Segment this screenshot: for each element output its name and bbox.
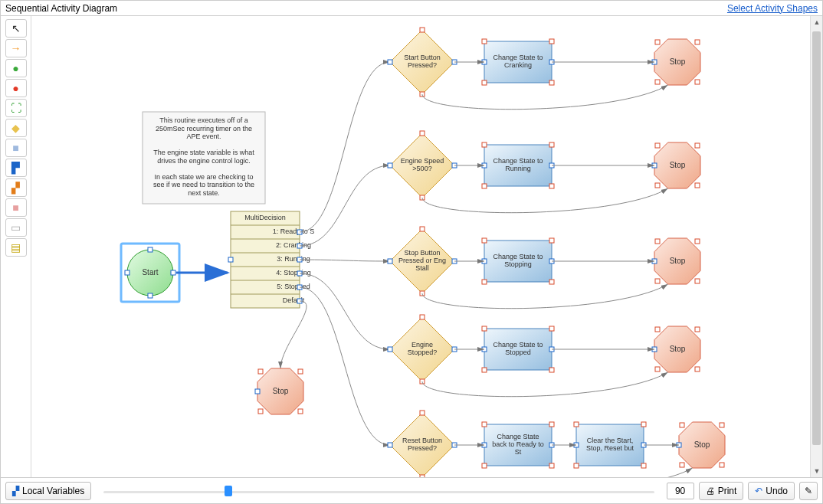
svg-rect-144 <box>549 463 554 468</box>
svg-rect-158 <box>680 423 684 427</box>
svg-rect-70 <box>482 142 487 147</box>
tool-green-circle[interactable]: ● <box>5 59 27 77</box>
tool-arrow[interactable]: → <box>5 39 27 57</box>
brush-button[interactable]: ✎ <box>799 482 818 500</box>
tool-stack[interactable]: ▞ <box>5 178 27 197</box>
svg-rect-14 <box>125 270 130 275</box>
svg-rect-151 <box>641 422 646 427</box>
svg-rect-94 <box>482 238 487 243</box>
vertical-scrollbar[interactable]: ▲ ▼ <box>810 16 822 477</box>
svg-text:back to Ready to: back to Ready to <box>492 440 544 448</box>
brush-icon: ✎ <box>805 486 812 496</box>
svg-rect-89 <box>388 259 392 263</box>
pointer-icon: ↖ <box>11 22 21 34</box>
svg-rect-142 <box>549 422 554 427</box>
undo-button[interactable]: ↶ Undo <box>748 482 795 500</box>
svg-text:Pressed?: Pressed? <box>408 444 437 452</box>
tool-box[interactable]: ■ <box>5 198 27 217</box>
svg-rect-141 <box>482 422 487 427</box>
shape-toolbar: ↖→●●⛶◆■▛▞■▭▤ <box>1 16 31 477</box>
zoom-input[interactable] <box>667 483 694 499</box>
svg-rect-165 <box>258 369 263 374</box>
svg-text:Change State: Change State <box>497 433 539 440</box>
svg-rect-161 <box>720 463 724 467</box>
svg-rect-56 <box>695 40 700 44</box>
svg-rect-47 <box>482 39 487 44</box>
svg-text:APE event.: APE event. <box>186 133 221 140</box>
svg-text:Running: Running <box>505 165 531 172</box>
svg-rect-103 <box>695 239 700 244</box>
svg-text:Engine Speed: Engine Speed <box>401 157 444 165</box>
svg-rect-112 <box>388 347 392 352</box>
svg-text:The engine state variable is w: The engine state variable is what <box>153 149 254 156</box>
svg-rect-153 <box>641 463 646 468</box>
select-shapes-link[interactable]: Select Activity Shapes <box>727 3 818 14</box>
svg-rect-150 <box>574 422 579 427</box>
tool-flag[interactable]: ▛ <box>5 159 27 177</box>
svg-text:Pressed or Eng: Pressed or Eng <box>398 257 446 264</box>
activity-diagram-svg[interactable]: This routine executes off of a250mSec re… <box>31 16 812 477</box>
svg-text:Change State to: Change State to <box>493 341 543 349</box>
svg-rect-95 <box>549 238 554 243</box>
svg-rect-104 <box>655 279 660 283</box>
tool-square[interactable]: ■ <box>5 139 27 157</box>
zoom-slider-thumb[interactable] <box>225 486 232 496</box>
diamond-icon: ◆ <box>11 122 20 134</box>
svg-text:next state.: next state. <box>188 189 220 197</box>
local-variables-button[interactable]: ▞ Local Variables <box>5 482 91 500</box>
svg-rect-50 <box>549 80 554 85</box>
tool-doc[interactable]: ▭ <box>5 218 27 237</box>
svg-rect-143 <box>482 463 487 468</box>
svg-rect-167 <box>258 409 263 414</box>
svg-text:>500?: >500? <box>412 165 431 172</box>
tool-pointer[interactable]: ↖ <box>5 19 27 38</box>
svg-text:Stop: Stop <box>670 345 686 353</box>
variables-icon: ▞ <box>12 486 19 496</box>
page-title: Sequential Activity Diagram <box>5 3 117 14</box>
svg-text:Change State to: Change State to <box>493 157 543 165</box>
svg-rect-127 <box>655 367 660 371</box>
svg-text:Stop Button: Stop Button <box>404 249 440 257</box>
svg-text:St: St <box>515 448 522 456</box>
svg-rect-160 <box>680 463 684 467</box>
svg-text:Stopped?: Stopped? <box>408 349 438 356</box>
svg-text:Stop: Stop <box>670 257 686 265</box>
tool-diamond[interactable]: ◆ <box>5 119 27 137</box>
doc-icon: ▭ <box>11 221 21 234</box>
svg-rect-120 <box>549 368 554 372</box>
svg-rect-128 <box>695 367 700 371</box>
print-button[interactable]: 🖨 Print <box>699 482 744 500</box>
svg-rect-78 <box>655 143 660 148</box>
svg-rect-126 <box>695 327 700 332</box>
svg-rect-55 <box>655 40 660 44</box>
svg-text:Stopping: Stopping <box>504 260 532 268</box>
tool-expand[interactable]: ⛶ <box>5 99 27 117</box>
svg-text:5: Stopped: 5: Stopped <box>277 283 310 290</box>
zoom-slider[interactable] <box>103 484 654 498</box>
svg-text:1: Ready to S: 1: Ready to S <box>273 227 315 235</box>
svg-rect-15 <box>171 270 175 275</box>
svg-rect-110 <box>420 315 425 319</box>
svg-text:4: Stopping: 4: Stopping <box>276 269 311 277</box>
tool-table[interactable]: ▤ <box>5 238 27 257</box>
svg-rect-96 <box>482 280 487 284</box>
scroll-up-icon[interactable]: ▲ <box>811 16 823 28</box>
stack-icon: ▞ <box>11 182 20 194</box>
tool-red-circle[interactable]: ● <box>5 79 27 97</box>
svg-rect-105 <box>695 279 700 283</box>
svg-rect-135 <box>388 443 392 447</box>
svg-text:Stop: Stop <box>670 57 686 66</box>
local-variables-label: Local Variables <box>22 486 84 496</box>
svg-rect-49 <box>482 80 487 85</box>
scroll-down-icon[interactable]: ▼ <box>811 465 823 477</box>
scroll-thumb[interactable] <box>812 31 821 445</box>
svg-text:Reset Button: Reset Button <box>402 437 442 444</box>
svg-rect-71 <box>549 142 554 147</box>
diagram-canvas[interactable]: This routine executes off of a250mSec re… <box>31 16 822 477</box>
svg-text:Stop: Stop <box>273 387 289 395</box>
svg-text:Change State to: Change State to <box>493 54 543 61</box>
square-icon: ■ <box>12 142 18 154</box>
svg-rect-133 <box>420 411 425 415</box>
svg-text:Stop: Stop <box>670 161 686 169</box>
arrow-icon: → <box>11 42 21 54</box>
